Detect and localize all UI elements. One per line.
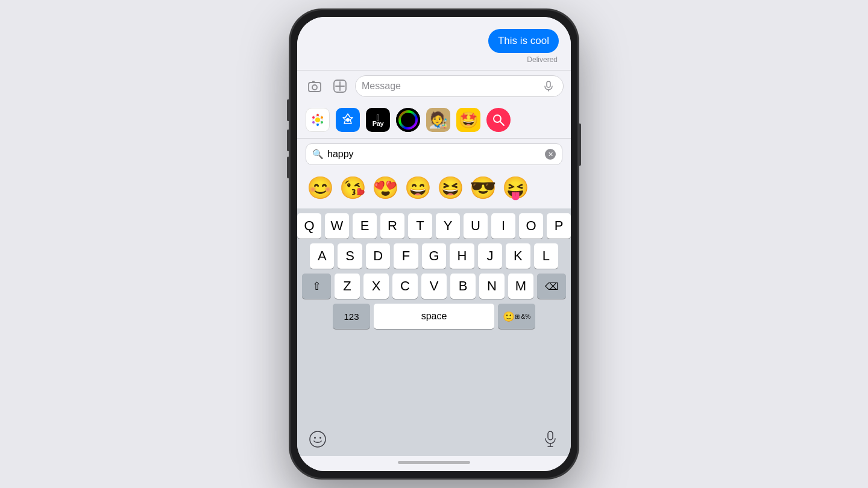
svg-rect-4 — [547, 81, 550, 87]
svg-point-1 — [312, 85, 317, 90]
message-input[interactable]: Message — [355, 75, 564, 97]
photos-app-icon[interactable] — [306, 108, 330, 132]
key-f[interactable]: F — [394, 243, 418, 269]
search-query: happy — [327, 149, 541, 160]
key-n[interactable]: N — [479, 274, 505, 299]
keyboard-row-1: Q W E R T Y U I O P — [299, 213, 569, 239]
emoji-result-4[interactable]: 😄 — [403, 174, 432, 202]
applepay-app-icon[interactable]:  Pay — [366, 108, 390, 132]
search-app-icon[interactable] — [486, 108, 511, 132]
emoji-result-6[interactable]: 😎 — [468, 174, 497, 202]
key-s[interactable]: S — [338, 243, 362, 269]
key-j[interactable]: J — [478, 243, 502, 269]
clear-search-button[interactable]: ✕ — [545, 149, 556, 160]
key-d[interactable]: D — [366, 243, 390, 269]
key-p[interactable]: P — [547, 213, 571, 239]
keyboard-bottom — [297, 424, 571, 456]
home-bar — [398, 461, 470, 464]
key-g[interactable]: G — [422, 243, 446, 269]
key-i[interactable]: I — [491, 213, 515, 239]
emoji-symbol-key[interactable]: 🙂⊞ &% — [498, 304, 535, 329]
space-key[interactable]: space — [374, 304, 494, 329]
keyboard-row-4: 123 space 🙂⊞ &% — [299, 304, 569, 329]
audio-button[interactable] — [540, 78, 557, 95]
dynamic-app-icon[interactable] — [396, 108, 420, 132]
numbers-key[interactable]: 123 — [333, 304, 370, 329]
delivered-status: Delivered — [527, 55, 558, 64]
message-bubble: This is cool — [488, 29, 559, 53]
svg-rect-2 — [312, 81, 315, 83]
keyboard-row-2: A S D F G H J K L — [299, 243, 569, 269]
emoji-keyboard-button[interactable] — [306, 427, 330, 451]
svg-point-9 — [321, 121, 323, 124]
microphone-button[interactable] — [538, 427, 562, 451]
emoji-results: 😊 😘 😍 😄 😆 😎 😝 — [297, 170, 571, 208]
message-placeholder: Message — [362, 81, 536, 92]
phone-frame: This is cool Delivered — [289, 9, 579, 479]
svg-point-19 — [314, 437, 316, 439]
screen-content: This is cool Delivered — [297, 17, 571, 471]
svg-point-6 — [315, 117, 320, 122]
key-z[interactable]: Z — [335, 274, 360, 299]
key-v[interactable]: V — [421, 274, 447, 299]
svg-point-18 — [310, 431, 326, 447]
appstore-button[interactable] — [330, 76, 350, 96]
svg-point-20 — [319, 437, 321, 439]
key-l[interactable]: L — [534, 243, 558, 269]
memoji-app-icon[interactable]: 🧑‍🎨 — [426, 108, 450, 132]
key-w[interactable]: W — [325, 213, 349, 239]
delete-key[interactable]: ⌫ — [537, 274, 566, 299]
svg-point-8 — [321, 116, 323, 119]
key-b[interactable]: B — [450, 274, 476, 299]
key-y[interactable]: Y — [436, 213, 460, 239]
svg-point-13 — [346, 118, 350, 122]
keyboard-row-3: ⇧ Z X C V B N M ⌫ — [299, 274, 569, 299]
home-indicator — [297, 456, 571, 471]
key-h[interactable]: H — [450, 243, 474, 269]
camera-button[interactable] — [304, 76, 325, 96]
key-e[interactable]: E — [353, 213, 377, 239]
app-drawer:  Pay — [297, 102, 571, 139]
sticker-app-icon[interactable]: 🤩 — [456, 108, 480, 132]
search-icon: 🔍 — [312, 149, 324, 160]
key-o[interactable]: O — [519, 213, 543, 239]
keyboard-area: Q W E R T Y U I O P A S D F G — [297, 208, 571, 424]
key-u[interactable]: U — [464, 213, 488, 239]
svg-line-17 — [500, 122, 505, 126]
key-c[interactable]: C — [392, 274, 418, 299]
svg-point-11 — [312, 121, 315, 124]
svg-rect-21 — [548, 431, 553, 440]
message-area: This is cool Delivered — [297, 17, 571, 70]
svg-point-12 — [312, 116, 315, 119]
key-x[interactable]: X — [363, 274, 389, 299]
key-k[interactable]: K — [506, 243, 530, 269]
key-a[interactable]: A — [310, 243, 334, 269]
key-m[interactable]: M — [508, 274, 533, 299]
emoji-result-1[interactable]: 😊 — [306, 174, 335, 202]
key-t[interactable]: T — [408, 213, 432, 239]
emoji-result-5[interactable]: 😆 — [436, 174, 465, 202]
emoji-result-7[interactable]: 😝 — [501, 174, 530, 202]
key-r[interactable]: R — [380, 213, 404, 239]
shift-key[interactable]: ⇧ — [302, 274, 331, 299]
appstore-app-icon[interactable] — [336, 108, 360, 132]
phone-screen: This is cool Delivered — [297, 17, 571, 471]
imessage-toolbar: Message — [297, 70, 571, 102]
emoji-result-2[interactable]: 😘 — [338, 174, 367, 202]
key-q[interactable]: Q — [297, 213, 321, 239]
emoji-result-3[interactable]: 😍 — [371, 174, 400, 202]
emoji-search-input[interactable]: 🔍 happy ✕ — [306, 143, 562, 165]
svg-point-7 — [316, 114, 319, 116]
svg-point-10 — [316, 124, 319, 126]
emoji-search-bar: 🔍 happy ✕ — [297, 139, 571, 170]
